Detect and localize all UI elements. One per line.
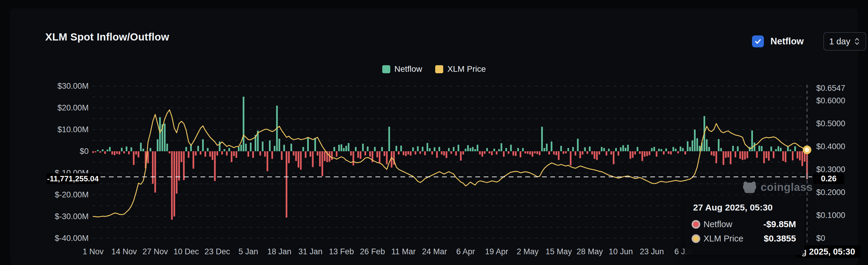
netflow-bar[interactable] [747, 151, 748, 158]
netflow-bar[interactable] [383, 151, 385, 156]
netflow-bar[interactable] [603, 148, 605, 151]
netflow-bar[interactable] [188, 151, 189, 158]
netflow-bar[interactable] [441, 151, 443, 154]
netflow-bar[interactable] [314, 138, 316, 151]
netflow-bar[interactable] [99, 151, 101, 153]
netflow-bar[interactable] [338, 145, 340, 151]
netflow-bar[interactable] [491, 151, 493, 155]
netflow-bar[interactable] [116, 151, 118, 154]
netflow-bar[interactable] [546, 144, 548, 151]
netflow-bar[interactable] [460, 151, 462, 160]
netflow-bar[interactable] [312, 151, 314, 167]
netflow-bar[interactable] [610, 151, 612, 154]
netflow-bar[interactable] [580, 151, 581, 158]
netflow-bar[interactable] [637, 147, 638, 151]
netflow-bar[interactable] [555, 151, 557, 155]
netflow-bar[interactable] [479, 151, 481, 154]
netflow-bar[interactable] [362, 144, 364, 151]
netflow-bar[interactable] [281, 151, 283, 160]
netflow-bar[interactable] [336, 151, 338, 157]
netflow-bar[interactable] [694, 129, 696, 151]
netflow-bar[interactable] [629, 151, 631, 159]
netflow-bar[interactable] [560, 146, 562, 151]
netflow-bar[interactable] [482, 151, 484, 157]
netflow-bar[interactable] [536, 151, 538, 154]
netflow-bar[interactable] [648, 151, 650, 155]
netflow-bar[interactable] [415, 151, 416, 154]
netflow-bar[interactable] [520, 151, 522, 157]
netflow-bar[interactable] [369, 151, 371, 157]
netflow-bar[interactable] [417, 146, 419, 151]
netflow-bar[interactable] [192, 151, 194, 169]
netflow-bar[interactable] [596, 151, 598, 160]
netflow-bar[interactable] [613, 151, 615, 164]
netflow-bar[interactable] [484, 151, 486, 154]
netflow-bar[interactable] [364, 151, 366, 156]
netflow-bar[interactable] [298, 151, 300, 168]
netflow-bar[interactable] [539, 151, 540, 155]
netflow-bar[interactable] [403, 151, 405, 155]
netflow-bar[interactable] [97, 150, 99, 151]
netflow-bar[interactable] [398, 151, 400, 154]
netflow-bar[interactable] [692, 141, 693, 152]
netflow-bar[interactable] [739, 151, 741, 159]
netflow-bar[interactable] [551, 141, 552, 151]
netflow-bar[interactable] [451, 151, 452, 154]
netflow-bar[interactable] [467, 145, 469, 151]
netflow-bar[interactable] [226, 151, 228, 156]
netflow-bar[interactable] [420, 151, 421, 154]
netflow-bar[interactable] [673, 147, 674, 151]
netflow-bar[interactable] [732, 146, 734, 151]
netflow-bar[interactable] [754, 143, 755, 151]
netflow-bar[interactable] [722, 151, 724, 165]
netflow-bar[interactable] [766, 151, 768, 158]
netflow-bar[interactable] [505, 148, 507, 151]
netflow-bar[interactable] [267, 151, 268, 171]
netflow-bar[interactable] [720, 148, 722, 151]
netflow-bar[interactable] [675, 149, 677, 151]
netflow-bar[interactable] [236, 151, 237, 158]
netflow-bar[interactable] [503, 151, 505, 157]
netflow-bar[interactable] [567, 148, 569, 151]
netflow-bar[interactable] [708, 147, 710, 151]
netflow-bar[interactable] [517, 148, 519, 151]
netflow-bar[interactable] [278, 139, 280, 151]
netflow-bar[interactable] [293, 151, 294, 156]
netflow-bar[interactable] [305, 151, 307, 158]
netflow-bar[interactable] [247, 151, 249, 157]
netflow-bar[interactable] [742, 151, 743, 160]
netflow-bar[interactable] [770, 147, 772, 151]
netflow-bar[interactable] [343, 148, 345, 151]
netflow-bar[interactable] [243, 97, 245, 151]
legend-item-netflow[interactable]: Netflow [382, 64, 422, 74]
netflow-bar[interactable] [462, 151, 464, 154]
netflow-bar[interactable] [785, 151, 786, 162]
netflow-bar[interactable] [157, 139, 159, 151]
netflow-bar[interactable] [618, 151, 619, 156]
netflow-bar[interactable] [780, 148, 782, 151]
netflow-bar[interactable] [321, 151, 323, 176]
netflow-bar[interactable] [608, 149, 610, 151]
netflow-bar[interactable] [159, 117, 161, 151]
netflow-bar[interactable] [143, 149, 144, 151]
netflow-bar[interactable] [166, 144, 168, 151]
netflow-bar[interactable] [508, 151, 509, 154]
netflow-bar[interactable] [245, 144, 247, 151]
netflow-bar[interactable] [445, 151, 447, 158]
netflow-bar[interactable] [219, 141, 221, 151]
netflow-bar[interactable] [221, 151, 223, 154]
netflow-bar[interactable] [510, 145, 512, 151]
netflow-bar[interactable] [620, 147, 622, 151]
netflow-bar[interactable] [532, 151, 533, 157]
netflow-bar[interactable] [458, 145, 459, 151]
netflow-bar[interactable] [434, 147, 435, 151]
netflow-bar[interactable] [713, 151, 715, 156]
netflow-bar[interactable] [164, 124, 166, 151]
netflow-bar[interactable] [396, 146, 397, 151]
netflow-bar[interactable] [768, 151, 770, 160]
netflow-bar[interactable] [405, 151, 407, 156]
netflow-bar[interactable] [641, 151, 643, 161]
netflow-bar[interactable] [209, 151, 211, 157]
netflow-bar[interactable] [367, 147, 369, 151]
netflow-bar[interactable] [199, 151, 202, 154]
